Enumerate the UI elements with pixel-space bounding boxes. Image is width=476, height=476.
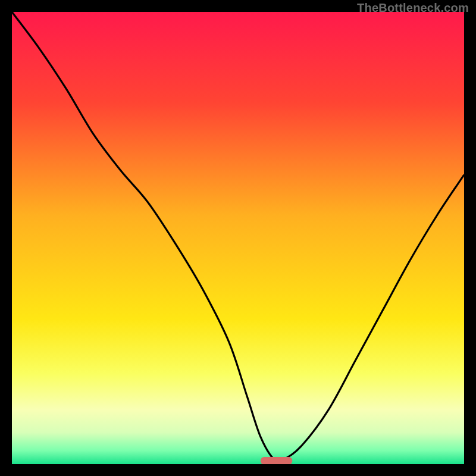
- chart-frame: TheBottleneck.com: [0, 0, 476, 476]
- gradient-background: [12, 12, 464, 464]
- bottleneck-chart: [12, 12, 464, 464]
- chart-plot-area: [12, 12, 464, 464]
- optimal-marker: [261, 457, 292, 464]
